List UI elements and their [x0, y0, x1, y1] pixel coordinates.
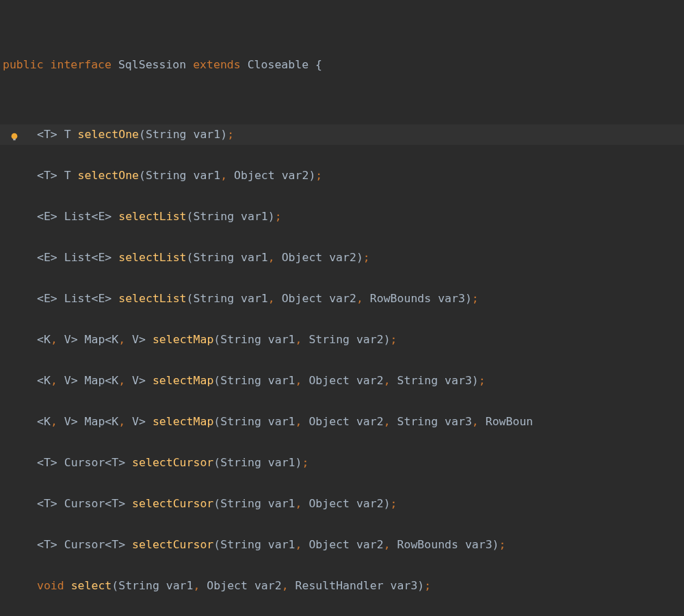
blank-line [0, 227, 684, 247]
generic-return-type: <T> T [37, 126, 78, 143]
semicolon: ; [315, 168, 322, 184]
method-name: selectMap [153, 414, 213, 430]
parameter-list: (String var1, String var2) [213, 332, 390, 348]
method-name: selectOne [78, 126, 139, 143]
intention-bulb-icon[interactable] [10, 130, 19, 139]
method-name: selectList [118, 250, 186, 266]
blank-line [0, 432, 684, 453]
semicolon: ; [363, 250, 370, 266]
parameter-list: (String var1, Object var2, String var3, … [213, 414, 533, 430]
semicolon: ; [424, 578, 431, 594]
method-name: selectList [118, 209, 186, 225]
blank-line [0, 145, 684, 165]
generic-return-type: <T> T [37, 168, 78, 184]
semicolon: ; [499, 537, 506, 553]
semicolon: ; [302, 455, 308, 471]
method-name: selectMap [153, 373, 213, 389]
generic-return-type: <E> List<E> [37, 250, 118, 266]
keyword-interface: interface [51, 57, 111, 73]
generic-return-type: <K, V> Map<K, V> [37, 414, 153, 430]
semicolon: ; [472, 291, 479, 307]
semicolon: ; [479, 373, 486, 389]
parameter-list: (String var1, Object var2) [187, 250, 363, 266]
method-name: selectCursor [132, 496, 213, 512]
parameter-list: (String var1, Object var2, RowBounds var… [187, 291, 472, 307]
parameter-list: (String var1) [213, 455, 302, 471]
method-name: selectList [118, 291, 186, 307]
parameter-list: (String var1, Object var2) [213, 496, 390, 512]
parameter-list: (String var1, Object var2, RowBounds var… [213, 537, 499, 553]
code-line: void select(String var1, Object var2, Re… [0, 576, 684, 596]
blank-line [0, 309, 684, 330]
keyword-public: public [3, 57, 44, 73]
parameter-list: (String var1, Object var2, ResultHandler… [111, 578, 424, 594]
method-name: selectCursor [132, 455, 213, 471]
blank-line [0, 473, 684, 494]
parameter-list: (String var1, Object var2) [139, 168, 315, 184]
semicolon: ; [391, 496, 397, 512]
semicolon: ; [391, 332, 397, 348]
generic-return-type: <T> Cursor<T> [37, 455, 132, 471]
code-line: <K, V> Map<K, V> selectMap(String var1, … [0, 412, 684, 432]
code-line: <E> List<E> selectList(String var1, Obje… [0, 289, 684, 309]
code-line: <T> Cursor<T> selectCursor(String var1, … [0, 535, 684, 555]
blank-line [0, 555, 684, 576]
generic-return-type: <T> Cursor<T> [37, 496, 132, 512]
parameter-list: (String var1) [187, 209, 275, 225]
method-name: selectOne [78, 168, 139, 184]
method-name: select [71, 578, 112, 594]
open-brace: { [315, 57, 322, 73]
parameter-list: (String var1, Object var2, String var3) [213, 373, 478, 389]
code-line: <T> T selectOne(String var1, Object var2… [0, 165, 684, 186]
blank-line [0, 596, 684, 616]
parent-type: Closeable [248, 57, 308, 73]
blank-line [0, 391, 684, 412]
generic-return-type: <T> Cursor<T> [37, 537, 132, 553]
blank-line [0, 514, 684, 535]
method-name: selectMap [153, 332, 213, 348]
keyword-extends: extends [193, 57, 241, 73]
code-line: <T> T selectOne(String var1); [0, 124, 684, 145]
semicolon: ; [227, 126, 234, 143]
svg-rect-1 [13, 138, 16, 140]
blank-line [0, 186, 684, 206]
code-line: <E> List<E> selectList(String var1, Obje… [0, 247, 684, 268]
blank-line [0, 268, 684, 289]
svg-point-0 [12, 133, 18, 139]
generic-return-type: <E> List<E> [37, 291, 118, 307]
parameter-list: (String var1) [139, 126, 227, 143]
code-line: <T> Cursor<T> selectCursor(String var1); [0, 453, 684, 473]
code-editor[interactable]: public interface SqlSession extends Clos… [0, 0, 684, 616]
declaration-line: public interface SqlSession extends Clos… [0, 55, 684, 75]
return-type: void [37, 578, 71, 594]
code-line: <T> Cursor<T> selectCursor(String var1, … [0, 494, 684, 514]
generic-return-type: <K, V> Map<K, V> [37, 332, 153, 348]
code-line: <K, V> Map<K, V> selectMap(String var1, … [0, 371, 684, 391]
method-name: selectCursor [132, 537, 213, 553]
generic-return-type: <E> List<E> [37, 209, 118, 225]
interface-name: SqlSession [118, 57, 186, 73]
code-line: <K, V> Map<K, V> selectMap(String var1, … [0, 330, 684, 350]
code-line: <E> List<E> selectList(String var1); [0, 206, 684, 227]
blank-line [0, 350, 684, 371]
generic-return-type: <K, V> Map<K, V> [37, 373, 153, 389]
semicolon: ; [275, 209, 282, 225]
